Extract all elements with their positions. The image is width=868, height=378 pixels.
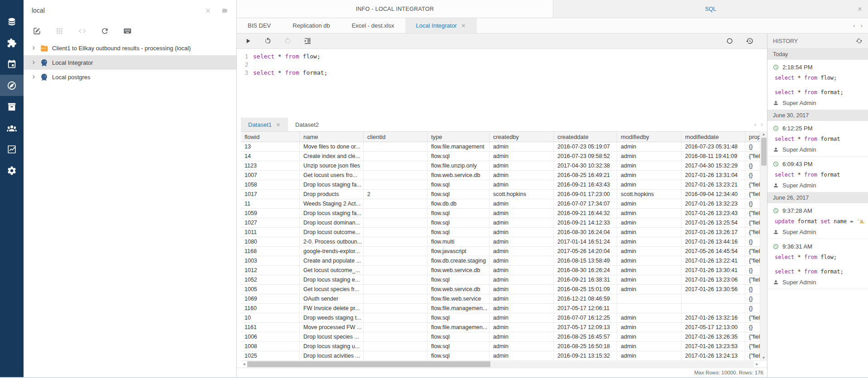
rail-item-reports[interactable]	[0, 139, 24, 160]
table-row[interactable]: 1059Drop locus staging fa...flow.sqladmi…	[241, 209, 760, 218]
play-button[interactable]	[244, 37, 252, 45]
keyboard-button[interactable]	[123, 27, 132, 35]
column-header-createdby[interactable]: createdby	[489, 132, 554, 142]
sql-editor[interactable]: 1select * from flow;2 3select * from for…	[237, 49, 767, 118]
tree-item-local-integrator[interactable]: Local Integrator	[24, 55, 236, 70]
rail-item-databases[interactable]	[0, 11, 24, 32]
scroll-up-icon[interactable]: ▲	[762, 132, 766, 136]
table-row[interactable]: 1123Unzip source json filesflow.file.unz…	[241, 161, 760, 171]
redo-button[interactable]	[284, 37, 292, 45]
table-row[interactable]: 1160FW Invoice delete pr...flow.file.man…	[241, 304, 760, 313]
history-entry[interactable]: 9:37:28 AMupdate format set name = 'a…Su…	[767, 203, 868, 239]
cell: flow.file.managemen...	[427, 323, 489, 332]
editor-line[interactable]: 1select * from flow;	[237, 53, 767, 61]
cell: admin	[489, 218, 554, 227]
table-row[interactable]: 1007Get locust users fro...flow.web.serv…	[241, 171, 760, 180]
table-row[interactable]: 11Weeds Staging 2 Act...flow.db.dbadmin2…	[241, 199, 760, 209]
edit-button[interactable]	[33, 27, 41, 35]
rail-item-schedule[interactable]	[0, 53, 24, 75]
table-row[interactable]: 1168google-trends-explor...flow.javascri…	[241, 247, 760, 256]
rail-item-integrations[interactable]	[0, 32, 24, 53]
connection-tab-local-integrator[interactable]: Local Integrator	[405, 18, 477, 33]
table-row[interactable]: 10Drop weeds staging t...flow.sqladmin20…	[241, 313, 760, 323]
dataset-tab-dataset2[interactable]: Dataset2	[288, 118, 326, 131]
scroll-down-icon[interactable]: ▼	[762, 356, 766, 360]
vertical-scrollbar[interactable]: ▲ ▼	[760, 131, 767, 361]
code-button[interactable]	[78, 27, 86, 35]
history-entry[interactable]: 6:09:43 PMselect * from formatSuper Admi…	[767, 157, 868, 192]
column-header-type[interactable]: type	[427, 132, 489, 142]
close-icon[interactable]	[276, 122, 281, 127]
table-row[interactable]: 1012Get locust outcome_...flow.web.servi…	[241, 266, 760, 275]
table-row[interactable]: 1052Drop locus staging e...flow.sqladmin…	[241, 275, 760, 285]
table-row[interactable]: 14Create index and cle...flow.sqladmin20…	[241, 152, 760, 161]
rail-item-settings[interactable]	[0, 160, 24, 181]
grid-button[interactable]	[55, 27, 64, 35]
tree-item-client1-to-ellkay-outbound-res[interactable]: file:///Client1 to Ellkay outbound resul…	[24, 41, 236, 55]
editor-line[interactable]: 2	[237, 61, 767, 69]
table-row[interactable]: 1008Drop locus staging u...flow.sqladmin…	[241, 342, 760, 351]
history-refresh-icon[interactable]	[856, 38, 863, 44]
table-row[interactable]: 1025Drop locust acivities ...flow.sqladm…	[241, 351, 760, 361]
filter-input[interactable]: local	[32, 7, 195, 14]
column-header-clientid[interactable]: clientid	[364, 132, 427, 142]
horizontal-scroll-thumb[interactable]	[247, 361, 490, 367]
table-row[interactable]: 1027Drop locust dominan...flow.sqladmin2…	[241, 218, 760, 228]
close-icon[interactable]	[461, 23, 466, 28]
history-entry[interactable]: 2:18:54 PMselect * from flow; select * f…	[767, 60, 868, 110]
filter-clear-icon[interactable]	[205, 7, 211, 14]
dataset-scroll-right-icon[interactable]: ›	[761, 121, 762, 128]
table-row[interactable]: 1003Create and populate ...flow.db.creat…	[241, 256, 760, 266]
chevron-right-icon[interactable]	[31, 60, 36, 65]
dataset-scroll-left-icon[interactable]: ‹	[754, 121, 756, 128]
history-entry[interactable]: 9:36:31 AMselect * from flow; select * f…	[767, 239, 868, 289]
horizontal-scrollbar[interactable]: ◄ ►	[241, 361, 767, 368]
column-header-prop[interactable]: prop	[745, 132, 760, 142]
tree-item-local-postgres[interactable]: Local postgres	[24, 70, 236, 84]
history-entry[interactable]: 6:12:25 PMselect * from formatSuper Admi…	[767, 121, 868, 157]
rail-item-users[interactable]	[0, 117, 24, 139]
undo-button[interactable]	[264, 37, 272, 45]
cell: admin	[617, 209, 681, 218]
connection-tab-replication-db[interactable]: Replication db	[282, 18, 340, 33]
column-header-name[interactable]: name	[300, 132, 364, 142]
cell: 2016-08-25 15:01:09	[554, 285, 617, 294]
vertical-scroll-thumb[interactable]	[761, 138, 767, 166]
tab-scroll-right-icon[interactable]: ›	[861, 22, 863, 29]
table-row[interactable]: 1011Drop locust outcome...flow.sqladmin2…	[241, 228, 760, 237]
table-row[interactable]: 1017Drop products2flow.sqlscott.hopkins2…	[241, 190, 760, 199]
horizontal-scroll-track[interactable]	[247, 361, 754, 367]
column-header-flowid[interactable]: flowid	[241, 132, 300, 142]
table-row[interactable]: 1069OAuth senderflow.file.web.serviceadm…	[241, 294, 760, 304]
history-button[interactable]	[746, 37, 753, 45]
dataset-tab-dataset1[interactable]: Dataset1	[241, 118, 288, 131]
table-row[interactable]: 1006Drop locust species ...flow.sqladmin…	[241, 332, 760, 342]
connection-tab-excel-dest-xlsx[interactable]: Excel - dest.xlsx	[341, 18, 405, 33]
scroll-left-icon[interactable]: ◄	[241, 362, 247, 366]
indent-button[interactable]	[304, 37, 312, 45]
tag-icon[interactable]	[221, 7, 228, 14]
tab-sql-close-icon[interactable]	[857, 6, 863, 12]
chevron-right-icon[interactable]	[31, 45, 36, 51]
column-header-modifieddate[interactable]: modifieddate	[681, 132, 745, 142]
results-table: flowidnameclientidtypecreatedbycreatedda…	[241, 131, 760, 361]
table-row[interactable]: 1161Move processed FW ...flow.file.manag…	[241, 323, 760, 332]
table-row[interactable]: 10802-0. Process outboun...flow.multiadm…	[241, 237, 760, 247]
table-row[interactable]: 1058Drop locus staging fa...flow.sqladmi…	[241, 180, 760, 190]
tab-scroll-left-icon[interactable]: ‹	[853, 22, 855, 29]
refresh-button[interactable]	[101, 27, 109, 35]
editor-line[interactable]: 3select * from format;	[237, 69, 767, 77]
table-row[interactable]: 1005Get locust species fr...flow.web.ser…	[241, 285, 760, 294]
connection-tab-bis-dev[interactable]: BIS DEV	[237, 18, 282, 33]
tab-sql[interactable]: SQL	[553, 0, 868, 18]
chevron-right-icon[interactable]	[31, 74, 36, 80]
table-row[interactable]: 13Move files to done or...flow.file.mana…	[241, 142, 760, 152]
circle-button[interactable]	[726, 37, 734, 45]
rail-item-explore[interactable]	[0, 75, 24, 96]
column-header-modifiedby[interactable]: modifiedby	[617, 132, 681, 142]
column-header-createddate[interactable]: createddate	[554, 132, 617, 142]
scroll-right-icon[interactable]: ►	[754, 362, 760, 366]
explorer-toolbar	[24, 21, 236, 41]
tab-info[interactable]: INFO - LOCAL INTEGRATOR	[237, 0, 553, 18]
rail-item-archive[interactable]	[0, 96, 24, 117]
